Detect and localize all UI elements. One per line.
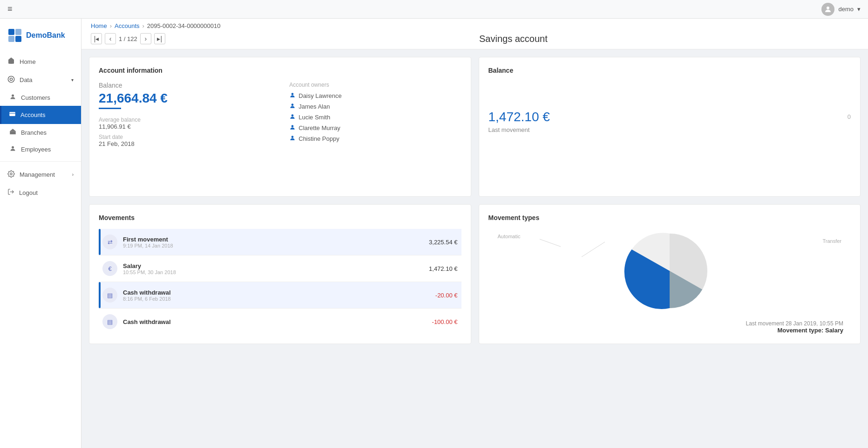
owner-name-2: James Alan <box>298 103 330 110</box>
branches-icon <box>9 128 16 137</box>
svg-line-21 <box>582 242 605 257</box>
owner-icon-1 <box>289 92 296 100</box>
logo-text: DemoBank <box>26 31 65 40</box>
nav-prev[interactable]: ‹ <box>105 33 116 44</box>
owner-icon-2 <box>289 103 296 110</box>
svg-point-19 <box>292 136 294 138</box>
start-date-label: Start date <box>99 134 271 140</box>
svg-point-13 <box>10 173 12 175</box>
movement-item-1[interactable]: € Salary 10:55 PM, 30 Jan 2018 1,472.10 … <box>99 255 461 282</box>
sidebar-management-header[interactable]: Management › <box>0 165 81 184</box>
movement-details-0: First movement 9:19 PM, 14 Jan 2018 <box>123 236 423 248</box>
balance-card-amount: 1,472.10 € <box>488 110 833 124</box>
user-name: demo <box>838 6 854 13</box>
svg-point-15 <box>292 93 294 95</box>
sidebar-item-home[interactable]: Home <box>0 52 81 71</box>
logout-icon <box>7 188 14 197</box>
data-icon <box>7 76 15 84</box>
svg-marker-11 <box>10 129 16 131</box>
sidebar-item-logout[interactable]: Logout <box>0 184 81 202</box>
svg-line-20 <box>540 239 561 247</box>
customers-icon <box>9 93 16 102</box>
movement-info-box: Last movement 28 Jan 2019, 10:55 PM Move… <box>496 320 844 334</box>
movement-types-card: Movement types Automatic <box>479 204 861 344</box>
movements-list: ⇄ First movement 9:19 PM, 14 Jan 2018 3,… <box>99 229 461 331</box>
nav-page: 1 / 122 <box>119 35 137 42</box>
svg-rect-4 <box>15 36 21 42</box>
breadcrumb: Home › Accounts › 2095-0002-34-000000001… <box>91 22 859 29</box>
accounts-label: Accounts <box>20 111 45 118</box>
movement-icon-3: ▤ <box>102 314 117 329</box>
movement-icon-0: ⇄ <box>102 234 117 249</box>
top-bar: ≡ demo ▾ <box>0 0 868 19</box>
movement-name-2: Cash withdrawal <box>123 289 430 296</box>
main-content: Home › Accounts › 2095-0002-34-000000001… <box>81 19 868 448</box>
movement-item-3[interactable]: ▤ Cash withdrawal -100.00 € <box>99 309 461 331</box>
nav-last[interactable]: ▸| <box>154 33 165 44</box>
logout-label: Logout <box>19 189 38 196</box>
nav-next[interactable]: › <box>140 33 151 44</box>
sep2: › <box>142 22 144 29</box>
owner-2: James Alan <box>289 103 461 110</box>
movement-amount-1: 1,472.10 € <box>429 265 457 272</box>
sidebar-item-accounts[interactable]: Accounts <box>0 106 81 124</box>
page-title: Savings account <box>479 34 548 44</box>
sidebar-data-header[interactable]: Data ▾ <box>0 71 81 89</box>
breadcrumb-home[interactable]: Home <box>91 22 107 29</box>
owner-icon-5 <box>289 135 296 143</box>
svg-point-18 <box>292 125 294 127</box>
movement-bar-0 <box>99 229 101 255</box>
data-chevron: ▾ <box>71 77 74 83</box>
movement-item-2[interactable]: ▤ Cash withdrawal 8:16 PM, 6 Feb 2018 -2… <box>99 282 461 309</box>
owner-5: Chistine Poppy <box>289 135 461 143</box>
svg-point-12 <box>12 146 14 149</box>
data-label: Data <box>20 76 32 83</box>
movement-item-0[interactable]: ⇄ First movement 9:19 PM, 14 Jan 2018 3,… <box>99 229 461 255</box>
movement-name-1: Salary <box>123 262 423 269</box>
customers-label: Customers <box>21 94 50 101</box>
svg-point-5 <box>8 76 14 82</box>
owners-label: Account owners <box>289 82 461 88</box>
sidebar: DemoBank Home Data ▾ Customers Acc <box>0 19 81 448</box>
movement-date-1: 10:55 PM, 30 Jan 2018 <box>123 269 423 275</box>
user-dropdown-arrow: ▾ <box>857 6 861 13</box>
sidebar-item-branches[interactable]: Branches <box>0 124 81 141</box>
movement-amount-2: -20.00 € <box>435 292 458 299</box>
sep1: › <box>110 22 112 29</box>
sidebar-item-employees[interactable]: Employees <box>0 141 81 158</box>
owner-3: Lucie Smith <box>289 113 461 121</box>
owner-4: Clarette Murray <box>289 124 461 132</box>
last-movement-date: Last movement 28 Jan 2019, 10:55 PM <box>496 320 844 327</box>
owner-name-3: Lucie Smith <box>298 114 330 121</box>
movement-icon-1: € <box>102 261 117 276</box>
owner-name-4: Clarette Murray <box>298 124 340 131</box>
svg-rect-8 <box>9 112 15 116</box>
pie-chart <box>623 229 716 313</box>
owner-1: Daisy Lawrence <box>289 92 461 100</box>
balance-underline <box>99 108 121 109</box>
user-menu[interactable]: demo ▾ <box>821 3 861 16</box>
movement-bar-2 <box>99 282 101 308</box>
branches-label: Branches <box>21 129 47 136</box>
account-owners-section: Account owners Daisy Lawrence <box>289 82 461 147</box>
menu-icon[interactable]: ≡ <box>7 4 13 14</box>
movement-details-2: Cash withdrawal 8:16 PM, 6 Feb 2018 <box>123 289 430 302</box>
sidebar-item-customers[interactable]: Customers <box>0 89 81 106</box>
movement-name-0: First movement <box>123 236 423 243</box>
automatic-label: Automatic <box>498 234 521 239</box>
breadcrumb-accounts[interactable]: Accounts <box>115 22 139 29</box>
movement-amount-0: 3,225.54 € <box>429 239 457 246</box>
user-avatar <box>821 3 834 16</box>
owner-name-5: Chistine Poppy <box>298 135 339 142</box>
account-info-title: Account information <box>99 67 461 74</box>
movements-title: Movements <box>99 214 461 221</box>
balance-amount-section: 1,472.10 € Last movement <box>488 82 833 133</box>
balance-zero: 0 <box>848 113 851 120</box>
employees-label: Employees <box>21 146 51 153</box>
movement-type-label: Movement type: Salary <box>496 327 844 334</box>
movement-details-3: Cash withdrawal <box>123 318 427 325</box>
nav-first[interactable]: |◂ <box>91 33 102 44</box>
account-info-inner: Balance 21,664.84 € Average balance 11,9… <box>99 82 461 147</box>
movement-amount-3: -100.00 € <box>432 318 458 325</box>
balance-label: Balance <box>99 82 271 89</box>
